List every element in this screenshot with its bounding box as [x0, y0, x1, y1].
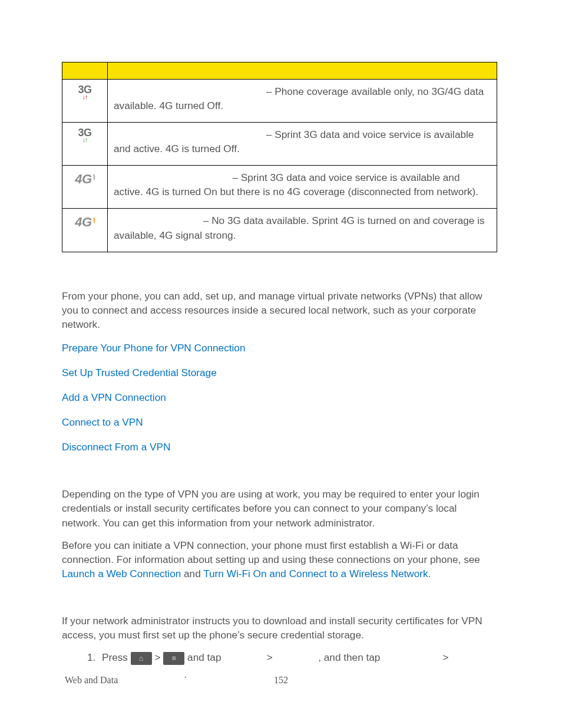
table-header-icon — [62, 62, 108, 80]
link-add-vpn[interactable]: Add a VPN Connection — [62, 391, 166, 403]
row-desc: 4G signal (strong) – No 3G data availabl… — [108, 209, 497, 252]
link-connect-vpn[interactable]: Connect to a VPN — [62, 416, 143, 428]
link-turn-wifi-on[interactable]: Turn Wi-Fi On and Connect to a Wireless … — [203, 568, 428, 579]
link-prepare-phone[interactable]: Prepare Your Phone for VPN Connection — [62, 342, 246, 354]
page-footer: Web and Data 152 — [65, 675, 497, 686]
4g-grey-indicator-icon: 4G⌇ — [75, 172, 94, 186]
section-heading: Virtual Private Networks (VPN) — [62, 269, 497, 283]
3g-red-indicator-icon: 3G ↓↑ — [78, 84, 91, 100]
row-desc: 3G (data service) 4G turned Off – Phone … — [108, 80, 497, 123]
vpn-link-list: Prepare Your Phone for VPN Connection Se… — [62, 341, 497, 454]
footer-section: Web and Data — [65, 675, 118, 686]
table-row: 4G⌇ 4G signal (strong) – No 3G data avai… — [62, 209, 497, 252]
signal-icon-table: 3G ↓↑ 3G (data service) 4G turned Off – … — [62, 62, 497, 252]
footer-page-number: 152 — [274, 675, 288, 686]
row-desc: 4G (no data connection) – Sprint 3G data… — [108, 166, 497, 209]
table-header-desc — [108, 62, 497, 80]
table-row: 3G ↓↑ 3G (data service) 4G turned Off – … — [62, 123, 497, 166]
intro-paragraph: From your phone, you can add, set up, an… — [62, 289, 497, 331]
row-desc: 3G (data service) 4G turned Off – Sprint… — [108, 123, 497, 166]
sub-heading: Prepare Your Phone for VPN Connection — [62, 467, 497, 481]
table-row: 4G⌇ 4G (no data connection) – Sprint 3G … — [62, 166, 497, 209]
paragraph-vpn-connection: Before you can initiate a VPN connection… — [62, 538, 497, 581]
paragraph-vpn-prep: Depending on the type of VPN you are usi… — [62, 487, 497, 529]
3g-green-indicator-icon: 3G ↓↑ — [78, 127, 91, 143]
table-row: 3G ↓↑ 3G (data service) 4G turned Off – … — [62, 80, 497, 123]
4g-orange-indicator-icon: 4G⌇ — [75, 215, 94, 229]
menu-button-icon: ≡ — [163, 652, 184, 665]
link-setup-credential[interactable]: Set Up Trusted Credential Storage — [62, 367, 217, 378]
sub-heading-2: Set Up Trusted Credential Storage — [62, 594, 497, 608]
home-button-icon: ⌂ — [131, 652, 152, 665]
paragraph-credential-storage: If your network administrator instructs … — [62, 614, 497, 642]
link-launch-web-connection[interactable]: Launch a Web Connection — [62, 568, 181, 579]
link-disconnect-vpn[interactable]: Disconnect From a VPN — [62, 441, 170, 453]
